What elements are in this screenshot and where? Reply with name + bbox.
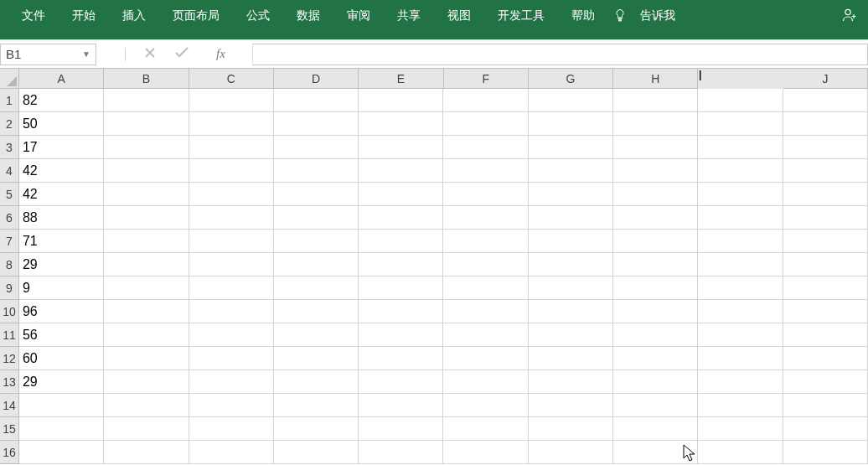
cell-J16[interactable] <box>783 441 868 464</box>
col-header-B[interactable]: B <box>104 69 189 89</box>
col-header-F[interactable]: F <box>444 69 529 89</box>
cell-D4[interactable] <box>274 159 359 183</box>
cell-E3[interactable] <box>359 136 443 159</box>
cell-C11[interactable] <box>189 323 274 347</box>
cell-F14[interactable] <box>443 394 528 417</box>
cell-C3[interactable] <box>189 136 274 159</box>
cell-G14[interactable] <box>529 394 613 417</box>
tab-file[interactable]: 文件 <box>8 0 59 30</box>
row-header[interactable]: 16 <box>0 441 19 464</box>
cell-E7[interactable] <box>359 230 443 253</box>
row-header[interactable]: 9 <box>0 276 19 300</box>
cell-J11[interactable] <box>783 323 868 347</box>
cell-A7[interactable]: 71 <box>19 230 104 253</box>
col-header-J[interactable]: J <box>783 69 868 89</box>
row-header[interactable]: 12 <box>0 347 19 370</box>
cell-H16[interactable] <box>613 441 698 464</box>
cancel-icon[interactable] <box>144 47 156 62</box>
cell-B6[interactable] <box>104 206 189 230</box>
cell-B7[interactable] <box>104 230 189 253</box>
row-header[interactable]: 8 <box>0 253 19 276</box>
cell-F1[interactable] <box>443 89 528 112</box>
tell-me[interactable]: 告诉我 <box>627 0 689 30</box>
cell-J4[interactable] <box>783 159 868 183</box>
cell-I2[interactable] <box>698 112 783 136</box>
cell-C8[interactable] <box>189 253 274 276</box>
cell-E15[interactable] <box>359 417 443 441</box>
cell-A8[interactable]: 29 <box>19 253 104 276</box>
row-header[interactable]: 4 <box>0 159 19 183</box>
cell-B8[interactable] <box>104 253 189 276</box>
cell-D3[interactable] <box>274 136 359 159</box>
cell-A5[interactable]: 42 <box>19 183 104 206</box>
cell-H3[interactable] <box>613 136 698 159</box>
cell-G16[interactable] <box>529 441 613 464</box>
cell-C2[interactable] <box>189 112 274 136</box>
cell-G9[interactable] <box>529 276 613 300</box>
cell-G8[interactable] <box>529 253 613 276</box>
cell-B10[interactable] <box>104 300 189 323</box>
cell-G15[interactable] <box>529 417 613 441</box>
cell-I8[interactable] <box>698 253 783 276</box>
cell-I16[interactable] <box>698 441 783 464</box>
fx-icon[interactable]: fx <box>216 47 225 61</box>
tab-help[interactable]: 帮助 <box>558 0 608 30</box>
cell-E13[interactable] <box>359 370 443 394</box>
share-user-icon[interactable] <box>841 0 858 30</box>
cell-A13[interactable]: 29 <box>19 370 104 394</box>
cell-J15[interactable] <box>783 417 868 441</box>
cell-D10[interactable] <box>274 300 359 323</box>
cell-J1[interactable] <box>783 89 868 112</box>
cell-A9[interactable]: 9 <box>19 276 104 300</box>
cell-G13[interactable] <box>529 370 613 394</box>
cell-C14[interactable] <box>189 394 274 417</box>
cell-J5[interactable] <box>783 183 868 206</box>
cell-F3[interactable] <box>443 136 528 159</box>
cell-D12[interactable] <box>274 347 359 370</box>
cell-J7[interactable] <box>783 230 868 253</box>
cell-A12[interactable]: 60 <box>19 347 104 370</box>
cell-F2[interactable] <box>443 112 528 136</box>
cell-G2[interactable] <box>529 112 613 136</box>
row-header[interactable]: 15 <box>0 417 19 441</box>
row-header[interactable]: 11 <box>0 323 19 347</box>
cell-A6[interactable]: 88 <box>19 206 104 230</box>
cell-G3[interactable] <box>529 136 613 159</box>
cell-D9[interactable] <box>274 276 359 300</box>
cell-G11[interactable] <box>529 323 613 347</box>
cell-B9[interactable] <box>104 276 189 300</box>
cell-C16[interactable] <box>189 441 274 464</box>
cell-F5[interactable] <box>443 183 528 206</box>
cell-G6[interactable] <box>529 206 613 230</box>
row-header[interactable]: 2 <box>0 112 19 136</box>
cell-J13[interactable] <box>783 370 868 394</box>
cell-A2[interactable]: 50 <box>19 112 104 136</box>
cell-A16[interactable] <box>19 441 104 464</box>
cell-H2[interactable] <box>613 112 698 136</box>
cell-C12[interactable] <box>189 347 274 370</box>
cell-H11[interactable] <box>613 323 698 347</box>
cell-A14[interactable] <box>19 394 104 417</box>
tab-data[interactable]: 数据 <box>283 0 333 30</box>
cell-D8[interactable] <box>274 253 359 276</box>
cell-E1[interactable] <box>359 89 443 112</box>
cell-H13[interactable] <box>613 370 698 394</box>
cell-A3[interactable]: 17 <box>19 136 104 159</box>
cell-B1[interactable] <box>104 89 189 112</box>
cell-H7[interactable] <box>613 230 698 253</box>
cell-E4[interactable] <box>359 159 443 183</box>
confirm-icon[interactable] <box>174 47 189 62</box>
cell-I11[interactable] <box>698 323 783 347</box>
cell-C1[interactable] <box>189 89 274 112</box>
cell-D15[interactable] <box>274 417 359 441</box>
tab-formulas[interactable]: 公式 <box>233 0 283 30</box>
cell-D14[interactable] <box>274 394 359 417</box>
cell-F12[interactable] <box>443 347 528 370</box>
cell-G10[interactable] <box>529 300 613 323</box>
cell-H12[interactable] <box>613 347 698 370</box>
cell-F8[interactable] <box>443 253 528 276</box>
tab-insert[interactable]: 插入 <box>109 0 159 30</box>
cell-H4[interactable] <box>613 159 698 183</box>
cell-G7[interactable] <box>529 230 613 253</box>
row-header[interactable]: 3 <box>0 136 19 159</box>
